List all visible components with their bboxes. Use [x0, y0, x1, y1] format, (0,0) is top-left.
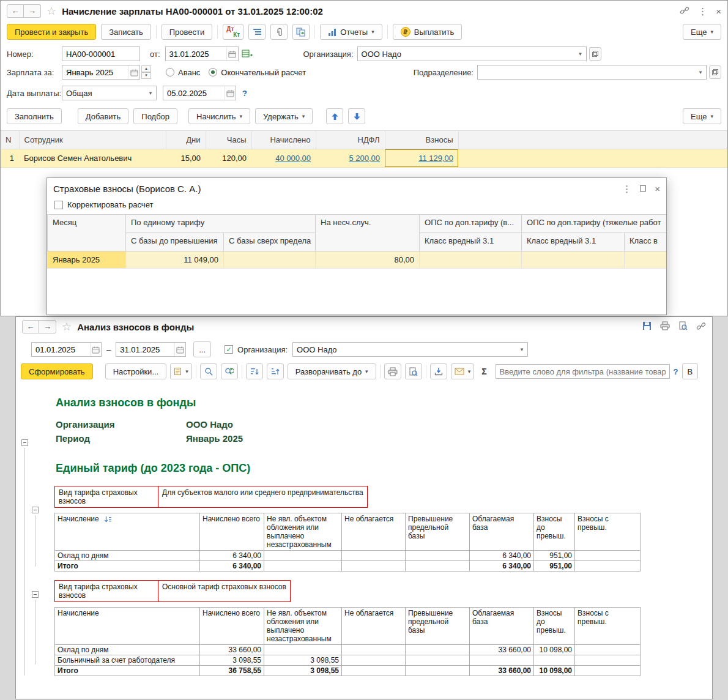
collapse-group-icon[interactable]: [32, 507, 39, 513]
value-cell[interactable]: 6 340,00: [200, 551, 264, 561]
value-cell[interactable]: 951,00: [534, 561, 575, 572]
col-header-hours[interactable]: Часы: [206, 131, 251, 149]
value-cell[interactable]: [406, 655, 470, 666]
accrued-link[interactable]: 40 000,00: [275, 154, 311, 163]
value-cell[interactable]: 951,00: [534, 551, 575, 561]
maximize-icon[interactable]: [640, 185, 646, 192]
accidents-cell[interactable]: 80,00: [316, 251, 420, 269]
date-to-input[interactable]: [116, 343, 174, 356]
salary-month-input[interactable]: [62, 65, 128, 79]
number-input[interactable]: [62, 47, 139, 61]
withhold-button[interactable]: Удержать▾: [255, 108, 313, 124]
report-variants-button[interactable]: ▾: [170, 363, 192, 379]
menu-dots-icon[interactable]: ⋮: [622, 184, 631, 193]
dtkt-button[interactable]: ДтКт: [223, 24, 243, 40]
calendar-icon[interactable]: [225, 86, 236, 100]
settings-button[interactable]: Настройки...: [105, 363, 167, 379]
back-button[interactable]: ←: [7, 4, 24, 18]
calendar-icon[interactable]: [90, 343, 101, 356]
favorite-star-icon[interactable]: ☆: [62, 321, 72, 332]
accrue-button[interactable]: Начислить▾: [188, 108, 250, 124]
menu-dots-icon[interactable]: ⋮: [698, 7, 707, 16]
accrued-cell[interactable]: 40 000,00: [251, 149, 316, 168]
value-cell[interactable]: 33 660,00: [200, 645, 264, 655]
value-cell[interactable]: 3 098,55: [200, 655, 264, 666]
generate-button[interactable]: Сформировать: [21, 363, 93, 379]
department-open-icon[interactable]: [709, 65, 721, 79]
value-cell[interactable]: [470, 655, 534, 666]
move-down-button[interactable]: [348, 108, 365, 124]
value-cell[interactable]: [575, 551, 641, 561]
calendar-icon[interactable]: [174, 343, 185, 356]
collapse-group-icon[interactable]: [32, 591, 39, 598]
period-choice-button[interactable]: ...: [193, 341, 211, 357]
value-cell[interactable]: 3 098,55: [264, 666, 342, 676]
close-icon[interactable]: ×: [716, 7, 721, 16]
month-cell[interactable]: Январь 2025: [48, 251, 126, 269]
org-combo[interactable]: ООО Надо▾: [357, 47, 587, 61]
collapse-group-icon[interactable]: [21, 439, 28, 446]
help-link[interactable]: ?: [674, 367, 678, 376]
print-button[interactable]: [384, 363, 401, 379]
month-stepper[interactable]: ▲▼: [141, 65, 151, 79]
move-up-button[interactable]: [326, 108, 343, 124]
final-settlement-radio-group[interactable]: Окончательный расчет: [209, 68, 306, 77]
print-preview-icon[interactable]: [678, 321, 688, 332]
write-button[interactable]: Записать: [101, 24, 151, 40]
save-file-button[interactable]: [430, 363, 447, 379]
ops-b-cell[interactable]: [522, 251, 625, 269]
pay-date-kind-combo[interactable]: Общая▾: [62, 86, 157, 100]
employee-cell[interactable]: Борисов Семен Анатольевич: [19, 149, 166, 168]
value-cell[interactable]: 3 098,55: [264, 655, 342, 666]
save-icon[interactable]: [642, 321, 652, 332]
ops-c-cell[interactable]: [625, 251, 667, 269]
org-filter-checkbox[interactable]: ✓: [225, 345, 233, 354]
value-cell[interactable]: [264, 551, 342, 561]
value-cell[interactable]: 6 340,00: [200, 561, 264, 572]
col-header-n[interactable]: N: [1, 131, 19, 149]
value-cell[interactable]: [534, 655, 575, 666]
find-next-button[interactable]: [221, 363, 238, 379]
ops-a-cell[interactable]: [420, 251, 522, 269]
value-cell[interactable]: 10 098,00: [534, 666, 575, 676]
value-cell[interactable]: [342, 666, 406, 676]
col-header-contributions[interactable]: Взносы: [385, 131, 458, 149]
value-cell[interactable]: [342, 655, 406, 666]
value-cell[interactable]: [342, 561, 406, 572]
advance-radio-label[interactable]: Аванс: [178, 68, 200, 77]
ndfl-link[interactable]: 5 200,00: [349, 154, 380, 163]
close-icon[interactable]: ×: [655, 184, 660, 193]
value-cell[interactable]: [575, 645, 641, 655]
find-button[interactable]: [200, 363, 217, 379]
clipped-more-button[interactable]: В: [682, 363, 699, 379]
base-above-cell[interactable]: [224, 251, 316, 269]
more-button[interactable]: Еще▾: [683, 24, 721, 40]
value-cell[interactable]: [264, 561, 342, 572]
calendar-icon[interactable]: [226, 47, 237, 61]
base-below-cell[interactable]: 11 049,00: [126, 251, 224, 269]
value-cell[interactable]: [406, 645, 470, 655]
value-cell[interactable]: [342, 551, 406, 561]
value-cell[interactable]: [575, 561, 641, 572]
fill-button[interactable]: Заполнить: [7, 108, 62, 124]
attachments-button[interactable]: [270, 24, 288, 40]
date-from-input[interactable]: [32, 343, 90, 356]
value-cell[interactable]: 36 758,55: [200, 666, 264, 676]
doc-date-input[interactable]: [166, 47, 227, 61]
adjust-checkbox-label[interactable]: Корректировать расчет: [67, 200, 153, 209]
expand-to-button[interactable]: Разворачивать до▾: [288, 363, 376, 379]
more-button[interactable]: Еще▾: [683, 108, 721, 124]
print-preview-button[interactable]: [405, 363, 422, 379]
value-cell[interactable]: [575, 655, 641, 666]
advance-radio-group[interactable]: Аванс: [166, 68, 200, 77]
create-based-on-button[interactable]: [292, 24, 310, 40]
contributions-link[interactable]: 11 129,00: [418, 154, 453, 163]
accrual-name-cell[interactable]: Больничный за счет работодателя: [55, 655, 200, 666]
adjust-checkbox[interactable]: [54, 201, 63, 209]
document-structure-button[interactable]: [248, 24, 266, 40]
print-icon[interactable]: [660, 321, 670, 332]
value-cell[interactable]: 33 660,00: [470, 666, 534, 676]
value-cell[interactable]: [342, 645, 406, 655]
filter-input[interactable]: [496, 365, 669, 378]
sort-descending-button[interactable]: [246, 363, 263, 379]
